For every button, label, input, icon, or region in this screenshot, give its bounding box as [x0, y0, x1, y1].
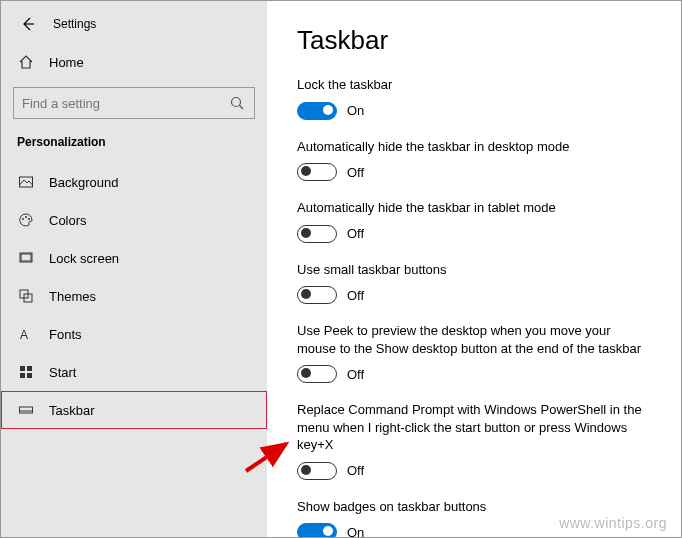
section-title: Personalization: [1, 131, 267, 163]
sidebar-item-label: Home: [49, 55, 84, 70]
setting-label: Use Peek to preview the desktop when you…: [297, 322, 651, 357]
svg-rect-15: [27, 373, 32, 378]
toggle-state: Off: [347, 226, 364, 241]
sidebar-item-lock-screen[interactable]: Lock screen: [1, 239, 267, 277]
svg-point-1: [232, 98, 241, 107]
toggle-badges[interactable]: [297, 523, 337, 537]
search-input[interactable]: [13, 87, 255, 119]
toggle-state: On: [347, 103, 364, 118]
svg-point-4: [22, 218, 24, 220]
sidebar-item-themes[interactable]: Themes: [1, 277, 267, 315]
setting-label: Lock the taskbar: [297, 76, 651, 94]
toggle-peek[interactable]: [297, 365, 337, 383]
setting-peek: Use Peek to preview the desktop when you…: [297, 322, 651, 383]
sidebar-item-fonts[interactable]: A Fonts: [1, 315, 267, 353]
nav-list: Background Colors Lock screen Themes A F…: [1, 163, 267, 429]
sidebar-item-label: Themes: [49, 289, 96, 304]
back-button[interactable]: [19, 15, 37, 33]
search-icon: [228, 94, 246, 112]
sidebar: Settings Home Personalization Background: [1, 1, 267, 537]
svg-rect-13: [27, 366, 32, 371]
setting-small-buttons: Use small taskbar buttons Off: [297, 261, 651, 305]
themes-icon: [17, 287, 35, 305]
sidebar-item-background[interactable]: Background: [1, 163, 267, 201]
page-title: Taskbar: [297, 25, 651, 56]
sidebar-item-start[interactable]: Start: [1, 353, 267, 391]
setting-lock-taskbar: Lock the taskbar On: [297, 76, 651, 120]
toggle-autohide-tablet[interactable]: [297, 225, 337, 243]
sidebar-item-label: Colors: [49, 213, 87, 228]
search-field[interactable]: [22, 96, 228, 111]
svg-point-5: [25, 216, 27, 218]
toggle-autohide-desktop[interactable]: [297, 163, 337, 181]
toggle-small-buttons[interactable]: [297, 286, 337, 304]
window-title: Settings: [53, 17, 96, 31]
toggle-state: Off: [347, 288, 364, 303]
svg-text:A: A: [20, 328, 28, 342]
sidebar-item-label: Fonts: [49, 327, 82, 342]
sidebar-item-label: Taskbar: [49, 403, 95, 418]
sidebar-item-label: Start: [49, 365, 76, 380]
setting-autohide-desktop: Automatically hide the taskbar in deskto…: [297, 138, 651, 182]
toggle-state: Off: [347, 367, 364, 382]
toggle-state: On: [347, 525, 364, 537]
setting-label: Automatically hide the taskbar in tablet…: [297, 199, 651, 217]
setting-label: Show badges on taskbar buttons: [297, 498, 651, 516]
taskbar-icon: [17, 401, 35, 419]
svg-rect-12: [20, 366, 25, 371]
sidebar-item-taskbar[interactable]: Taskbar: [1, 391, 267, 429]
toggle-state: Off: [347, 165, 364, 180]
setting-autohide-tablet: Automatically hide the taskbar in tablet…: [297, 199, 651, 243]
setting-label: Replace Command Prompt with Windows Powe…: [297, 401, 651, 454]
picture-icon: [17, 173, 35, 191]
lock-screen-icon: [17, 249, 35, 267]
svg-rect-8: [21, 254, 31, 261]
sidebar-item-colors[interactable]: Colors: [1, 201, 267, 239]
setting-label: Use small taskbar buttons: [297, 261, 651, 279]
toggle-state: Off: [347, 463, 364, 478]
svg-rect-14: [20, 373, 25, 378]
sidebar-item-home[interactable]: Home: [1, 43, 267, 81]
toggle-lock-taskbar[interactable]: [297, 102, 337, 120]
toggle-replace-cmd[interactable]: [297, 462, 337, 480]
fonts-icon: A: [17, 325, 35, 343]
setting-label: Automatically hide the taskbar in deskto…: [297, 138, 651, 156]
watermark: www.wintips.org: [559, 515, 667, 531]
setting-replace-cmd: Replace Command Prompt with Windows Powe…: [297, 401, 651, 480]
svg-line-2: [240, 106, 244, 110]
sidebar-item-label: Background: [49, 175, 118, 190]
home-icon: [17, 53, 35, 71]
content-panel: Taskbar Lock the taskbar On Automaticall…: [267, 1, 681, 537]
sidebar-item-label: Lock screen: [49, 251, 119, 266]
start-icon: [17, 363, 35, 381]
svg-rect-16: [20, 407, 33, 413]
palette-icon: [17, 211, 35, 229]
svg-point-6: [28, 218, 30, 220]
